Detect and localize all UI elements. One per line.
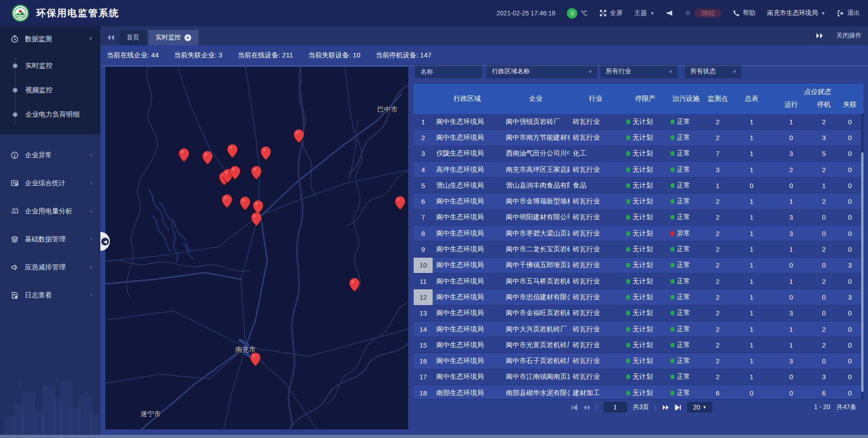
sidebar-group-log-view[interactable]: 日志查看 ‹ [0, 281, 100, 309]
table-row[interactable]: 14 阆中生态环境局 阆中大兴页岩机砖厂 砖瓦行业 无计划 正常 2 1 1 2… [414, 321, 863, 337]
temperature-indicator: 0 ℃ [567, 8, 588, 19]
divider: | [655, 404, 656, 411]
sidebar-item-realtime-monitoring[interactable]: 实时监控 [0, 53, 100, 78]
cell-run: 3 [771, 357, 811, 365]
speaker-icon [666, 10, 673, 16]
table-row[interactable]: 7 阆中生态环境局 阆中明阳建材有限公司 砖瓦行业 无计划 正常 2 1 3 0… [414, 210, 863, 226]
table-row[interactable]: 1 阆中生态环境局 阆中强锐页岩砖厂 砖瓦行业 无计划 正常 2 1 1 2 0 [414, 114, 863, 130]
row-number: 6 [414, 193, 433, 209]
map-pin[interactable] [230, 166, 240, 179]
cell-lost: 0 [836, 278, 863, 285]
sidebar-group-enterprise-abnormal[interactable]: 企业异常 ‹ [0, 141, 100, 169]
cell-company: 阆中市忠信建材有限公 [502, 293, 570, 301]
table-row[interactable]: 6 阆中生态环境局 阆中市金博瑞新型墙材 砖瓦行业 无计划 正常 2 1 1 2… [414, 193, 863, 209]
map-pin[interactable] [294, 129, 304, 143]
cell-halt: 3 [811, 134, 836, 141]
sidebar-item-power-load-detail[interactable]: 企业电力负荷明细 [0, 102, 100, 127]
map-pin[interactable] [227, 144, 237, 158]
cell-points: 2 [703, 325, 732, 333]
row-number: 14 [414, 321, 433, 337]
sidebar-group-electricity-analysis[interactable]: 企业用电量分析 ‹ [0, 197, 100, 225]
tabs-scroll-left-button[interactable] [104, 30, 118, 45]
table-row[interactable]: 16 阆中生态环境局 阆中市石子页岩机砖厂 砖瓦行业 无计划 正常 2 1 3 … [414, 353, 863, 369]
map-pin[interactable] [251, 166, 261, 179]
table-row[interactable]: 12 阆中生态环境局 阆中市忠信建材有限公 砖瓦行业 无计划 正常 2 1 0 … [414, 289, 863, 305]
mute-button[interactable] [666, 10, 673, 16]
first-page-button[interactable] [571, 405, 577, 410]
map-pin[interactable] [251, 212, 261, 226]
cell-stop-status: 无计划 [622, 197, 669, 206]
notification-count-badge: 2632 [694, 9, 721, 18]
sidebar-group-data-monitoring[interactable]: 数据监测 ˅ [0, 26, 100, 52]
point-status-group-header: 点位状态 运行 停机 失联 [771, 84, 863, 114]
map-panel[interactable]: 巴中市南充市遂宁市 [105, 67, 408, 429]
map-pin[interactable] [179, 148, 189, 162]
logout-button[interactable]: 退出 [837, 9, 860, 17]
page-size-select[interactable]: 20▼ [687, 402, 712, 413]
next-page-button[interactable] [662, 405, 669, 410]
table-row[interactable]: 3 仪陇生态环境局 西南油气田分公司川中 化工 无计划 正常 7 1 3 5 0 [414, 146, 863, 162]
cell-lost: 0 [836, 198, 863, 205]
row-number: 7 [414, 210, 433, 225]
status-filter-select[interactable]: 所有状态˅ [685, 65, 741, 78]
prev-page-button[interactable] [583, 405, 590, 410]
map-pin[interactable] [261, 146, 271, 160]
alert-circle-icon [11, 151, 19, 159]
tabs-scroll-right-button[interactable] [813, 28, 826, 43]
help-button[interactable]: 帮助 [733, 9, 755, 17]
cell-lost: 0 [836, 230, 863, 237]
map-pin[interactable] [253, 200, 263, 214]
table-row[interactable]: 15 阆中生态环境局 阆中市光富页岩机砖厂 砖瓦行业 无计划 正常 2 1 1 … [414, 337, 863, 353]
table-row[interactable]: 11 阆中生态环境局 阆中市五马桥页岩机砖 砖瓦行业 无计划 正常 2 1 1 … [414, 273, 863, 289]
chevron-left-icon: ‹ [90, 152, 92, 158]
status-dot [626, 151, 630, 156]
cell-lost: 0 [836, 389, 863, 397]
cell-stop-status: 无计划 [622, 245, 669, 254]
table-row[interactable]: 9 阆中生态环境局 阆中市二龙长宝页岩砖 砖瓦行业 无计划 正常 2 1 1 2… [414, 241, 863, 257]
cell-industry: 砖瓦行业 [570, 165, 622, 174]
page-number-input[interactable]: 1 [604, 402, 627, 413]
theme-dropdown[interactable]: 主题▼ [634, 9, 655, 17]
table-row[interactable]: 5 营山生态环境局 营山县润丰肉食品有限 食品 无计划 正常 1 0 0 1 0 [414, 178, 863, 193]
name-filter-input[interactable] [415, 65, 482, 78]
table-row[interactable]: 17 阆中生态环境局 阆中市江南镇阆南页岩 砖瓦行业 无计划 正常 2 1 0 … [414, 369, 863, 385]
status-dot [670, 263, 675, 268]
status-dot [670, 311, 675, 316]
map-pin[interactable] [222, 194, 232, 208]
notification-area[interactable]: 2632 [684, 9, 721, 18]
scrollbar-thumb[interactable] [861, 152, 863, 392]
fullscreen-icon [599, 9, 607, 17]
cell-halt: 0 [811, 213, 836, 221]
cell-company: 阆中千佛镇五郎垭页岩 [502, 261, 570, 269]
table-row[interactable]: 2 阆中生态环境局 阆中市南方节能建材有 砖瓦行业 无计划 正常 2 1 0 3… [414, 130, 863, 146]
map-pin[interactable] [240, 197, 250, 210]
sidebar-item-video-monitoring[interactable]: 视频监控 [0, 78, 100, 102]
close-icon[interactable]: ✕ [184, 34, 191, 41]
table-row[interactable]: 8 阆中生态环境局 阆中市枣碧大梁山页岩 砖瓦行业 无计划 异常 2 1 3 0… [414, 226, 863, 241]
table-row[interactable]: 4 高坪生态环境局 南充市高坪区王家店建 砖瓦行业 无计划 正常 3 1 2 2… [414, 162, 863, 178]
table-row[interactable]: 18 南部生态环境局 南部县砌华水泥有限公 建材加工 无计划 正常 6 0 0 … [414, 385, 863, 399]
sidebar-group-emergency-reduction[interactable]: 应急减排管理 ‹ [0, 253, 100, 281]
map-pin[interactable] [203, 151, 212, 165]
sidebar-group-enterprise-statistics[interactable]: 企业综合统计 ‹ [0, 169, 100, 197]
region-filter-select[interactable]: 行政区域名称˅ [486, 65, 597, 78]
cell-region: 高坪生态环境局 [433, 165, 502, 174]
status-dot [670, 119, 675, 124]
last-page-button[interactable] [675, 405, 681, 410]
map-pin[interactable] [250, 353, 260, 366]
cell-halt: 2 [811, 166, 836, 174]
map-pin[interactable] [395, 196, 405, 210]
org-dropdown[interactable]: 南充市生态环境局▼ [767, 9, 826, 17]
tab-realtime-monitoring[interactable]: 实时监控 ✕ [148, 30, 198, 45]
fullscreen-button[interactable]: 全屏 [599, 9, 623, 17]
industry-filter-select[interactable]: 所有行业˅ [600, 65, 678, 78]
tab-home[interactable]: 首页 [119, 30, 146, 45]
cell-facility-status: 正常 [669, 389, 703, 397]
search-input[interactable] [420, 68, 476, 75]
sidebar-group-basic-data[interactable]: 基础数据管理 ‹ [0, 225, 100, 253]
table-row[interactable]: 10 阆中生态环境局 阆中千佛镇五郎垭页岩 砖瓦行业 无计划 正常 2 1 0 … [414, 258, 863, 273]
table-row[interactable]: 13 阆中生态环境局 阆中市金福旺页岩机砖 砖瓦行业 无计划 正常 2 1 3 … [414, 306, 863, 321]
map-pin[interactable] [349, 278, 359, 292]
close-operations-button[interactable]: 关闭操作 [836, 32, 862, 40]
table-scrollbar[interactable] [861, 114, 863, 399]
